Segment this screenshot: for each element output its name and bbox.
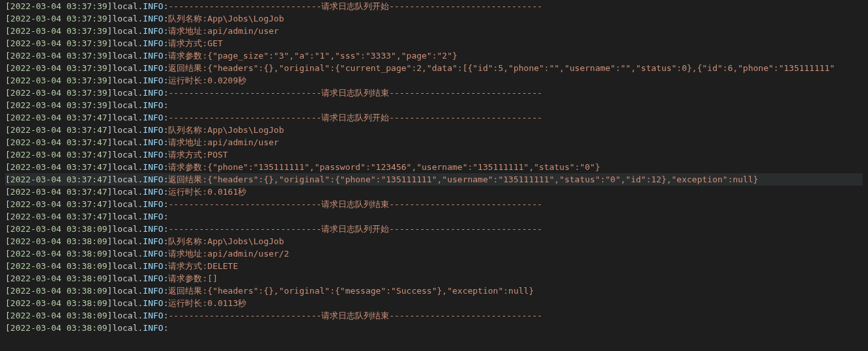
bracket-open: [ [5,309,10,322]
log-line[interactable]: [2022-03-04 03:37:39] local.INFO: ------… [5,87,863,99]
colon-separator: : [164,198,169,210]
bracket-open: [ [5,235,10,247]
timestamp: 2022-03-04 03:37:47 [10,198,108,210]
dot-separator: . [138,235,143,247]
log-line[interactable]: [2022-03-04 03:37:47] local.INFO: 请求参数:{… [5,161,863,173]
log-level: INFO [143,210,163,223]
channel: local [112,124,137,136]
log-line[interactable]: [2022-03-04 03:38:09] local.INFO: [5,322,863,334]
channel: local [112,0,137,12]
log-level: INFO [143,322,163,334]
bracket-open: [ [5,198,10,210]
colon-separator: : [164,12,169,25]
bracket-close: ] [108,297,113,309]
log-viewer[interactable]: [2022-03-04 03:37:39] local.INFO: ------… [0,0,868,334]
log-line[interactable]: [2022-03-04 03:37:39] local.INFO: 运行时长:0… [5,74,863,87]
dot-separator: . [138,62,143,74]
log-message: 请求地址:api/admin/user [168,25,278,37]
colon-separator: : [164,210,169,223]
dot-separator: . [138,74,143,87]
log-message: ------------------------------请求日志队列结束--… [168,198,542,210]
colon-separator: : [164,74,169,87]
bracket-close: ] [108,272,113,285]
timestamp: 2022-03-04 03:37:47 [10,210,108,223]
timestamp: 2022-03-04 03:37:47 [10,124,108,136]
bracket-open: [ [5,297,10,309]
colon-separator: : [164,99,169,111]
log-line[interactable]: [2022-03-04 03:38:09] local.INFO: 请求方式:D… [5,260,863,272]
channel: local [112,25,137,37]
timestamp: 2022-03-04 03:38:09 [10,260,108,272]
log-level: INFO [143,12,163,25]
timestamp: 2022-03-04 03:37:39 [10,12,108,25]
log-message: 请求参数:{"page_size":"3","a":"1","sss":"333… [168,49,457,62]
channel: local [112,173,137,186]
bracket-open: [ [5,37,10,49]
log-line[interactable]: [2022-03-04 03:38:09] local.INFO: ------… [5,309,863,322]
timestamp: 2022-03-04 03:38:09 [10,272,108,285]
colon-separator: : [164,272,169,285]
log-message: 运行时长:0.0113秒 [168,297,246,309]
timestamp: 2022-03-04 03:37:39 [10,25,108,37]
colon-separator: : [164,49,169,62]
log-line[interactable]: [2022-03-04 03:37:47] local.INFO: 队列名称:A… [5,124,863,136]
dot-separator: . [138,223,143,235]
log-line[interactable]: [2022-03-04 03:37:39] local.INFO: 请求方式:G… [5,37,863,49]
log-line[interactable]: [2022-03-04 03:37:47] local.INFO: [5,210,863,223]
log-line[interactable]: [2022-03-04 03:37:47] local.INFO: 请求方式:P… [5,148,863,161]
log-line[interactable]: [2022-03-04 03:38:09] local.INFO: 请求参数:[… [5,272,863,285]
log-line[interactable]: [2022-03-04 03:37:39] local.INFO: 队列名称:A… [5,12,863,25]
bracket-close: ] [108,173,113,186]
bracket-close: ] [108,247,113,260]
log-level: INFO [143,37,163,49]
bracket-close: ] [108,235,113,247]
timestamp: 2022-03-04 03:37:39 [10,37,108,49]
timestamp: 2022-03-04 03:37:39 [10,99,108,111]
bracket-close: ] [108,309,113,322]
log-line[interactable]: [2022-03-04 03:38:09] local.INFO: 队列名称:A… [5,235,863,247]
channel: local [112,247,137,260]
dot-separator: . [138,25,143,37]
dot-separator: . [138,210,143,223]
channel: local [112,322,137,334]
colon-separator: : [164,247,169,260]
log-message: 请求地址:api/admin/user/2 [168,247,289,260]
channel: local [112,49,137,62]
log-message: 队列名称:App\Jobs\LogJob [168,235,283,247]
bracket-open: [ [5,322,10,334]
log-level: INFO [143,247,163,260]
log-line[interactable]: [2022-03-04 03:37:39] local.INFO: ------… [5,0,863,12]
log-message: 请求地址:api/admin/user [168,136,278,148]
log-message: 返回结果:{"headers":{},"original":{"phone":"… [168,173,758,186]
timestamp: 2022-03-04 03:38:09 [10,247,108,260]
bracket-close: ] [108,223,113,235]
log-line[interactable]: [2022-03-04 03:37:47] local.INFO: 请求地址:a… [5,136,863,148]
log-line[interactable]: [2022-03-04 03:37:47] local.INFO: ------… [5,198,863,210]
channel: local [112,74,137,87]
bracket-open: [ [5,74,10,87]
log-line[interactable]: [2022-03-04 03:37:47] local.INFO: 运行时长:0… [5,186,863,198]
bracket-close: ] [108,285,113,297]
log-line[interactable]: [2022-03-04 03:37:39] local.INFO: 请求参数:{… [5,49,863,62]
log-line[interactable]: [2022-03-04 03:37:39] local.INFO: 返回结果:{… [5,62,863,74]
log-line[interactable]: [2022-03-04 03:38:09] local.INFO: 请求地址:a… [5,247,863,260]
log-message: 返回结果:{"headers":{},"original":{"message"… [168,285,534,297]
log-message: ------------------------------请求日志队列开始--… [168,0,542,12]
bracket-open: [ [5,173,10,186]
colon-separator: : [164,0,169,12]
log-line[interactable]: [2022-03-04 03:38:09] local.INFO: 返回结果:{… [5,285,863,297]
log-line[interactable]: [2022-03-04 03:37:39] local.INFO: 请求地址:a… [5,25,863,37]
log-level: INFO [143,235,163,247]
dot-separator: . [138,322,143,334]
log-line[interactable]: [2022-03-04 03:37:47] local.INFO: ------… [5,111,863,124]
log-line[interactable]: [2022-03-04 03:38:09] local.INFO: ------… [5,223,863,235]
dot-separator: . [138,309,143,322]
log-line[interactable]: [2022-03-04 03:37:47] local.INFO: 返回结果:{… [5,173,863,186]
bracket-open: [ [5,223,10,235]
log-line[interactable]: [2022-03-04 03:37:39] local.INFO: [5,99,863,111]
log-level: INFO [143,87,163,99]
bracket-close: ] [108,12,113,25]
log-line[interactable]: [2022-03-04 03:38:09] local.INFO: 运行时长:0… [5,297,863,309]
channel: local [112,148,137,161]
bracket-open: [ [5,12,10,25]
